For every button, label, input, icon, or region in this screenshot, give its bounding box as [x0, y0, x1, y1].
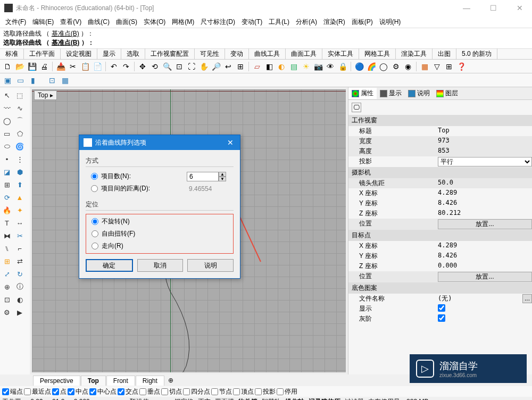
dialog-close-button[interactable]: ✕: [225, 138, 236, 147]
help-button[interactable]: 说明: [187, 259, 234, 272]
vtab-top[interactable]: Top: [81, 376, 106, 386]
fire-icon[interactable]: 🔥: [1, 204, 13, 216]
osnap-tan[interactable]: [161, 388, 168, 395]
plane-icon[interactable]: ▭: [15, 75, 26, 86]
loft-icon[interactable]: ▲: [14, 191, 26, 203]
grid-tool-icon[interactable]: ⊡: [1, 294, 13, 305]
cam-place-button[interactable]: 放置...: [438, 219, 532, 229]
prop-camx[interactable]: 4.289: [438, 189, 532, 198]
layers-icon[interactable]: ▤: [288, 61, 299, 72]
viewport-props-icon[interactable]: 🖵: [352, 103, 361, 112]
box2-icon[interactable]: ⊡: [47, 75, 57, 86]
osnap-end[interactable]: [2, 388, 9, 395]
osnap-perp[interactable]: [139, 388, 146, 395]
trim-icon[interactable]: ✂: [14, 230, 26, 241]
curve-icon[interactable]: ∿: [14, 102, 26, 114]
help-icon[interactable]: ❓: [456, 61, 467, 72]
mesh-icon[interactable]: ⊞: [1, 179, 13, 190]
ellipse-icon[interactable]: ⬭: [1, 140, 13, 152]
join-icon[interactable]: ⧓: [1, 230, 13, 241]
prop-title[interactable]: Top: [438, 127, 532, 136]
print-icon[interactable]: 🖨: [39, 61, 49, 72]
menu-tools[interactable]: 工具(L): [267, 16, 292, 28]
menu-dimension[interactable]: 尺寸标注(D): [198, 16, 237, 28]
menu-view[interactable]: 查看(V): [58, 16, 84, 28]
prop-projection[interactable]: 平行: [438, 157, 532, 166]
osnap-quad[interactable]: [183, 388, 190, 395]
maximize-button[interactable]: ☐: [485, 4, 501, 12]
menu-analyze[interactable]: 分析(A): [294, 16, 319, 28]
analyze-icon[interactable]: ⊕: [1, 281, 13, 293]
tab-rendertools[interactable]: 渲染工具: [396, 48, 433, 60]
menu-transform[interactable]: 变动(T): [239, 16, 264, 28]
lock-icon[interactable]: 🔒: [337, 61, 348, 72]
tab-transform[interactable]: 变动: [225, 48, 249, 60]
copy-icon[interactable]: 📋: [80, 61, 90, 72]
dim-icon[interactable]: ↔: [14, 217, 26, 229]
osnap-disable[interactable]: [277, 388, 284, 395]
options-icon[interactable]: ⚙: [390, 61, 401, 72]
wallfile-browse-button[interactable]: ...: [522, 294, 532, 303]
menu-panel[interactable]: 面板(P): [350, 16, 375, 28]
redo-icon[interactable]: ↷: [121, 61, 131, 72]
osnap-mid[interactable]: [68, 388, 74, 395]
menu-edit[interactable]: 编辑(E): [30, 16, 56, 28]
circle-icon[interactable]: ◯: [1, 115, 13, 127]
material-icon[interactable]: 🌈: [366, 61, 377, 72]
polyline-icon[interactable]: 〰: [1, 102, 13, 114]
tab-meshtools[interactable]: 网格工具: [359, 48, 396, 60]
zoom-window-icon[interactable]: ⛶: [186, 61, 197, 72]
tab-drafting[interactable]: 出图: [433, 48, 456, 60]
array-icon[interactable]: ⊞: [1, 255, 13, 267]
paste-icon[interactable]: 📄: [92, 61, 103, 72]
filter-icon[interactable]: ▽: [431, 61, 442, 72]
zoom-in-icon[interactable]: 🔍: [162, 61, 172, 72]
menu-file[interactable]: 文件(F): [3, 16, 28, 28]
points-icon[interactable]: ⋮: [14, 153, 26, 165]
bar-icon[interactable]: ▮: [28, 75, 38, 86]
cmd-prompt-line[interactable]: 选取路径曲线 （ 基准点(B) ）：: [3, 38, 529, 47]
rect-icon[interactable]: ▭: [1, 128, 13, 139]
info-icon[interactable]: ⓘ: [14, 281, 26, 293]
rotate-icon[interactable]: ↻: [14, 268, 26, 280]
tab-surfacetools[interactable]: 曲面工具: [286, 48, 322, 60]
undo-view-icon[interactable]: ↩: [223, 61, 234, 72]
menu-curve[interactable]: 曲线(C): [86, 16, 112, 28]
sun-icon[interactable]: ☀: [301, 61, 311, 72]
split-icon[interactable]: ⑊: [1, 243, 13, 254]
save-icon[interactable]: 💾: [27, 61, 37, 72]
minimize-button[interactable]: —: [459, 4, 475, 12]
pointer-icon[interactable]: ↖: [1, 89, 13, 101]
tab-new5[interactable]: 5.0 的新功: [456, 48, 497, 60]
lasso-icon[interactable]: ⬚: [14, 89, 26, 101]
import-icon[interactable]: 📥: [55, 61, 66, 72]
count-input[interactable]: [187, 172, 219, 181]
viewport-label[interactable]: Top ▸: [34, 90, 57, 100]
tab-setview[interactable]: 设定视图: [61, 48, 97, 60]
4view-icon[interactable]: ⊞: [235, 61, 246, 72]
ok-button[interactable]: 确定: [86, 259, 133, 272]
panel-tab-layers[interactable]: 图层: [433, 88, 461, 99]
text-icon[interactable]: T: [1, 217, 13, 229]
menu-surface[interactable]: 曲面(S): [114, 16, 139, 28]
wall-show-checkbox[interactable]: [438, 304, 445, 312]
radio-distance[interactable]: [91, 185, 98, 192]
panel-tab-help[interactable]: 说明: [405, 88, 433, 99]
scale-icon[interactable]: ⤢: [1, 268, 13, 280]
osnap-vertex[interactable]: [233, 388, 240, 395]
osnap-point[interactable]: [52, 388, 59, 395]
revolve-icon[interactable]: ⟳: [1, 191, 13, 203]
count-spinner[interactable]: ▲▼: [219, 172, 226, 181]
osnap-int[interactable]: [118, 388, 124, 395]
tab-visibility[interactable]: 可见性: [195, 48, 225, 60]
tab-solidtools[interactable]: 实体工具: [322, 48, 359, 60]
osnap-knot[interactable]: [211, 388, 218, 395]
show-hide-icon[interactable]: 👁: [325, 61, 336, 72]
settings-icon[interactable]: ⚙: [1, 306, 13, 318]
open-icon[interactable]: 📂: [14, 61, 25, 72]
grid-icon[interactable]: ⊞: [444, 61, 454, 72]
hatch-icon[interactable]: ▦: [419, 61, 430, 72]
macro-icon[interactable]: ▶: [14, 306, 26, 318]
prop-camz[interactable]: 80.212: [438, 209, 532, 218]
prop-tgtx[interactable]: 4.289: [438, 241, 532, 251]
